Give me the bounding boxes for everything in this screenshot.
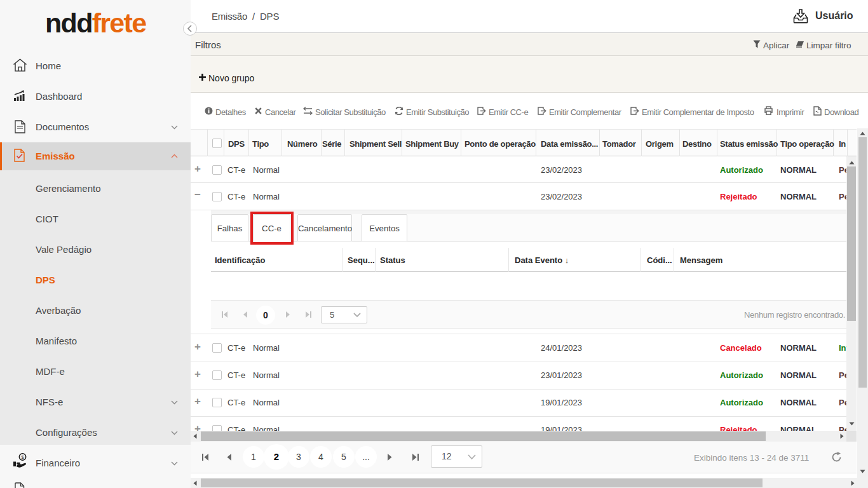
svg-text:$: $ [21, 454, 24, 460]
